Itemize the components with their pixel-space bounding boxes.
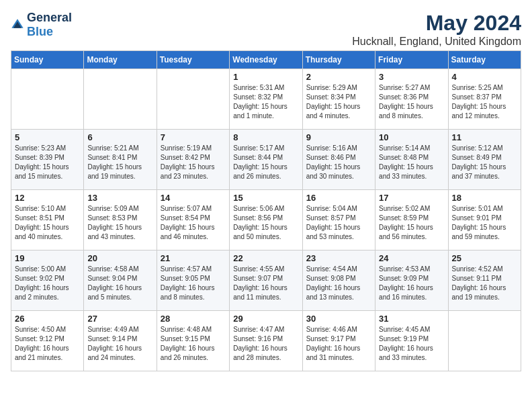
- calendar-cell: 19Sunrise: 5:00 AM Sunset: 9:02 PM Dayli…: [11, 250, 84, 311]
- day-info: Sunrise: 4:45 AM Sunset: 9:19 PM Dayligh…: [379, 325, 444, 363]
- calendar-cell: 30Sunrise: 4:46 AM Sunset: 9:17 PM Dayli…: [302, 311, 375, 371]
- day-number: 4: [452, 72, 517, 82]
- calendar-cell: 9Sunrise: 5:16 AM Sunset: 8:46 PM Daylig…: [302, 130, 375, 190]
- day-info: Sunrise: 5:29 AM Sunset: 8:34 PM Dayligh…: [306, 83, 371, 121]
- calendar-cell: 14Sunrise: 5:07 AM Sunset: 8:54 PM Dayli…: [157, 190, 229, 250]
- week-row-2: 5Sunrise: 5:23 AM Sunset: 8:39 PM Daylig…: [11, 130, 521, 190]
- day-number: 11: [452, 132, 517, 142]
- day-info: Sunrise: 5:16 AM Sunset: 8:46 PM Dayligh…: [306, 144, 371, 181]
- calendar-cell: 15Sunrise: 5:06 AM Sunset: 8:56 PM Dayli…: [230, 190, 302, 250]
- day-number: 30: [306, 314, 371, 324]
- day-number: 18: [452, 193, 517, 203]
- logo-text: General Blue: [27, 11, 72, 39]
- day-info: Sunrise: 5:06 AM Sunset: 8:56 PM Dayligh…: [233, 204, 298, 242]
- day-number: 14: [161, 193, 226, 203]
- title-section: May 2024 Hucknall, England, United Kingd…: [352, 11, 521, 48]
- day-info: Sunrise: 4:55 AM Sunset: 9:07 PM Dayligh…: [233, 265, 298, 302]
- day-number: 26: [15, 314, 80, 324]
- day-number: 17: [379, 193, 444, 203]
- day-info: Sunrise: 5:09 AM Sunset: 8:53 PM Dayligh…: [87, 204, 152, 242]
- day-info: Sunrise: 4:49 AM Sunset: 9:14 PM Dayligh…: [87, 325, 152, 363]
- calendar-cell: 27Sunrise: 4:49 AM Sunset: 9:14 PM Dayli…: [84, 311, 157, 371]
- day-number: 23: [306, 253, 371, 263]
- day-number: 15: [233, 193, 298, 203]
- day-number: 22: [233, 253, 298, 263]
- logo-blue: Blue: [27, 25, 53, 38]
- day-info: Sunrise: 4:47 AM Sunset: 9:16 PM Dayligh…: [233, 325, 298, 363]
- day-number: 5: [15, 132, 80, 142]
- day-info: Sunrise: 5:01 AM Sunset: 9:01 PM Dayligh…: [452, 204, 517, 242]
- day-info: Sunrise: 4:58 AM Sunset: 9:04 PM Dayligh…: [87, 265, 152, 302]
- day-info: Sunrise: 4:46 AM Sunset: 9:17 PM Dayligh…: [306, 325, 371, 363]
- calendar-table: SundayMondayTuesdayWednesdayThursdayFrid…: [11, 50, 521, 371]
- day-info: Sunrise: 4:54 AM Sunset: 9:08 PM Dayligh…: [306, 265, 371, 302]
- calendar-cell: 10Sunrise: 5:14 AM Sunset: 8:48 PM Dayli…: [375, 130, 448, 190]
- week-row-5: 26Sunrise: 4:50 AM Sunset: 9:12 PM Dayli…: [11, 311, 521, 371]
- day-info: Sunrise: 4:52 AM Sunset: 9:11 PM Dayligh…: [452, 265, 517, 302]
- day-number: 1: [233, 72, 298, 82]
- day-info: Sunrise: 5:04 AM Sunset: 8:57 PM Dayligh…: [306, 204, 371, 242]
- day-info: Sunrise: 5:27 AM Sunset: 8:36 PM Dayligh…: [379, 83, 444, 121]
- day-info: Sunrise: 4:50 AM Sunset: 9:12 PM Dayligh…: [15, 325, 80, 363]
- day-info: Sunrise: 5:12 AM Sunset: 8:49 PM Dayligh…: [452, 144, 517, 181]
- column-header-friday: Friday: [375, 51, 448, 69]
- day-info: Sunrise: 5:02 AM Sunset: 8:59 PM Dayligh…: [379, 204, 444, 242]
- day-number: 12: [15, 193, 80, 203]
- day-number: 10: [379, 132, 444, 142]
- day-info: Sunrise: 4:48 AM Sunset: 9:15 PM Dayligh…: [161, 325, 226, 363]
- day-info: Sunrise: 5:14 AM Sunset: 8:48 PM Dayligh…: [379, 144, 444, 181]
- day-number: 20: [87, 253, 152, 263]
- main-title: May 2024: [352, 11, 521, 36]
- calendar-cell: 24Sunrise: 4:53 AM Sunset: 9:09 PM Dayli…: [375, 250, 448, 311]
- calendar-cell: 29Sunrise: 4:47 AM Sunset: 9:16 PM Dayli…: [230, 311, 302, 371]
- calendar-cell: 3Sunrise: 5:27 AM Sunset: 8:36 PM Daylig…: [375, 69, 448, 130]
- day-number: 29: [233, 314, 298, 324]
- day-number: 6: [87, 132, 152, 142]
- calendar-cell: 11Sunrise: 5:12 AM Sunset: 8:49 PM Dayli…: [448, 130, 521, 190]
- day-number: 25: [452, 253, 517, 263]
- calendar-cell: [448, 311, 521, 371]
- day-info: Sunrise: 5:23 AM Sunset: 8:39 PM Dayligh…: [15, 144, 80, 181]
- day-info: Sunrise: 5:07 AM Sunset: 8:54 PM Dayligh…: [161, 204, 226, 242]
- calendar-cell: 17Sunrise: 5:02 AM Sunset: 8:59 PM Dayli…: [375, 190, 448, 250]
- day-number: 16: [306, 193, 371, 203]
- calendar-cell: 18Sunrise: 5:01 AM Sunset: 9:01 PM Dayli…: [448, 190, 521, 250]
- calendar-cell: 23Sunrise: 4:54 AM Sunset: 9:08 PM Dayli…: [302, 250, 375, 311]
- day-number: 24: [379, 253, 444, 263]
- calendar-cell: 22Sunrise: 4:55 AM Sunset: 9:07 PM Dayli…: [230, 250, 302, 311]
- calendar-cell: [84, 69, 157, 130]
- calendar-cell: 16Sunrise: 5:04 AM Sunset: 8:57 PM Dayli…: [302, 190, 375, 250]
- calendar-cell: [157, 69, 229, 130]
- column-header-sunday: Sunday: [11, 51, 84, 69]
- calendar-cell: 6Sunrise: 5:21 AM Sunset: 8:41 PM Daylig…: [84, 130, 157, 190]
- day-info: Sunrise: 5:10 AM Sunset: 8:51 PM Dayligh…: [15, 204, 80, 242]
- day-info: Sunrise: 5:31 AM Sunset: 8:32 PM Dayligh…: [233, 83, 298, 121]
- calendar-cell: 28Sunrise: 4:48 AM Sunset: 9:15 PM Dayli…: [157, 311, 229, 371]
- day-number: 31: [379, 314, 444, 324]
- day-info: Sunrise: 4:57 AM Sunset: 9:05 PM Dayligh…: [161, 265, 226, 302]
- day-info: Sunrise: 5:25 AM Sunset: 8:37 PM Dayligh…: [452, 83, 517, 121]
- day-info: Sunrise: 5:00 AM Sunset: 9:02 PM Dayligh…: [15, 265, 80, 302]
- day-number: 9: [306, 132, 371, 142]
- day-number: 2: [306, 72, 371, 82]
- calendar-cell: 31Sunrise: 4:45 AM Sunset: 9:19 PM Dayli…: [375, 311, 448, 371]
- calendar-cell: 13Sunrise: 5:09 AM Sunset: 8:53 PM Dayli…: [84, 190, 157, 250]
- column-header-monday: Monday: [84, 51, 157, 69]
- calendar-cell: 21Sunrise: 4:57 AM Sunset: 9:05 PM Dayli…: [157, 250, 229, 311]
- day-info: Sunrise: 4:53 AM Sunset: 9:09 PM Dayligh…: [379, 265, 444, 302]
- week-row-1: 1Sunrise: 5:31 AM Sunset: 8:32 PM Daylig…: [11, 69, 521, 130]
- day-info: Sunrise: 5:17 AM Sunset: 8:44 PM Dayligh…: [233, 144, 298, 181]
- logo-icon: [11, 18, 24, 32]
- calendar-cell: 20Sunrise: 4:58 AM Sunset: 9:04 PM Dayli…: [84, 250, 157, 311]
- column-header-saturday: Saturday: [448, 51, 521, 69]
- day-number: 8: [233, 132, 298, 142]
- calendar-cell: 12Sunrise: 5:10 AM Sunset: 8:51 PM Dayli…: [11, 190, 84, 250]
- column-header-wednesday: Wednesday: [230, 51, 302, 69]
- calendar-cell: 8Sunrise: 5:17 AM Sunset: 8:44 PM Daylig…: [230, 130, 302, 190]
- day-number: 13: [87, 193, 152, 203]
- calendar-cell: 26Sunrise: 4:50 AM Sunset: 9:12 PM Dayli…: [11, 311, 84, 371]
- day-number: 19: [15, 253, 80, 263]
- calendar-cell: 1Sunrise: 5:31 AM Sunset: 8:32 PM Daylig…: [230, 69, 302, 130]
- week-row-4: 19Sunrise: 5:00 AM Sunset: 9:02 PM Dayli…: [11, 250, 521, 311]
- column-header-tuesday: Tuesday: [157, 51, 229, 69]
